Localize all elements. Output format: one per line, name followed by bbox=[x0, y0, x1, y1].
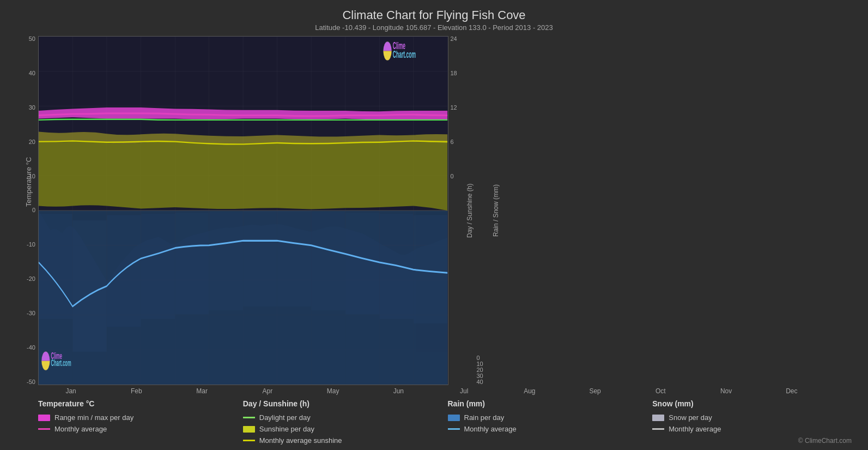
legend-item-sunshine-monthly: Monthly average sunshine bbox=[243, 436, 448, 445]
legend-item-sunshine: Sunshine per day bbox=[243, 425, 448, 433]
legend-swatch-sunshine bbox=[243, 426, 255, 433]
y-axis-left: Temperature °C 50 40 30 20 10 0 -10 -20 … bbox=[11, 36, 38, 385]
y-tick-right-spacer4: . bbox=[448, 310, 465, 316]
legend-label-temp-range: Range min / max per day bbox=[54, 413, 133, 422]
svg-rect-29 bbox=[175, 213, 209, 315]
legend-label-snow-monthly: Monthly average bbox=[669, 425, 721, 433]
legend-label-rain-monthly: Monthly average bbox=[464, 425, 517, 433]
chart-title: Climate Chart for Flying Fish Cove bbox=[11, 8, 857, 22]
legend-label-temp-monthly: Monthly average bbox=[54, 425, 107, 433]
legend-line-sunshine-monthly bbox=[243, 440, 255, 441]
svg-text:Chart.com: Chart.com bbox=[393, 49, 416, 60]
chart-subtitle: Latitude -10.439 - Longitude 105.687 - E… bbox=[11, 23, 857, 32]
legend-area: Temperature °C Range min / max per day M… bbox=[38, 399, 857, 445]
legend-col-temp: Temperature °C Range min / max per day M… bbox=[38, 399, 243, 445]
y-tick-right-6: 6 bbox=[448, 139, 465, 145]
svg-rect-26 bbox=[72, 220, 107, 352]
legend-item-rain-monthly: Monthly average bbox=[448, 425, 653, 433]
y-tick-n20: -20 bbox=[11, 276, 38, 282]
x-tick-may: May bbox=[300, 387, 366, 395]
legend-col-rain: Rain (mm) Rain per day Monthly average bbox=[448, 399, 653, 445]
y-tick-right-24: 24 bbox=[448, 36, 465, 42]
legend-item-snow-monthly: Monthly average bbox=[652, 425, 857, 433]
y-tick-right-spacer5: . bbox=[448, 345, 465, 351]
x-tick-oct: Oct bbox=[628, 387, 693, 395]
legend-item-temp-range: Range min / max per day bbox=[38, 413, 243, 422]
svg-rect-25 bbox=[39, 214, 72, 319]
legend-col-sunshine: Day / Sunshine (h) Daylight per day Suns… bbox=[243, 399, 448, 445]
legend-title-rain: Rain (mm) bbox=[448, 399, 653, 408]
svg-rect-33 bbox=[311, 212, 345, 310]
legend-label-rain-day: Rain per day bbox=[464, 413, 505, 422]
chart-area-wrapper: Temperature °C 50 40 30 20 10 0 -10 -20 … bbox=[11, 36, 857, 385]
y-axis-right-rain-label: Rain / Snow (mm) bbox=[491, 36, 501, 385]
svg-rect-32 bbox=[277, 211, 311, 307]
x-tick-nov: Nov bbox=[694, 387, 759, 395]
legend-item-temp-monthly: Monthly average bbox=[38, 425, 243, 433]
y-axis-right-sunshine: 24 18 12 6 0 . . . . . . bbox=[448, 36, 465, 385]
svg-rect-28 bbox=[141, 214, 175, 319]
y-tick-right-spacer1: . bbox=[448, 207, 465, 213]
x-tick-dec: Dec bbox=[759, 387, 824, 395]
y-tick-30: 30 bbox=[11, 105, 38, 111]
x-tick-apr: Apr bbox=[235, 387, 300, 395]
x-tick-aug: Aug bbox=[497, 387, 562, 395]
chart-plot: Clime Chart.com Clime Chart.com bbox=[38, 36, 448, 385]
y-tick-20: 20 bbox=[11, 139, 38, 145]
legend-label-sunshine-monthly: Monthly average sunshine bbox=[259, 436, 342, 445]
legend-label-snow-day: Snow per day bbox=[669, 413, 712, 422]
legend-label-sunshine: Sunshine per day bbox=[259, 425, 314, 433]
x-axis: Jan Feb Mar Apr May Jun Jul Aug Sep Oct … bbox=[38, 387, 824, 395]
y-axis-left-label: Temperature °C bbox=[25, 149, 33, 215]
copyright: © ClimeChart.com bbox=[798, 437, 852, 445]
legend-title-sunshine: Day / Sunshine (h) bbox=[243, 399, 448, 408]
x-tick-jan: Jan bbox=[38, 387, 104, 395]
x-tick-feb: Feb bbox=[104, 387, 169, 395]
svg-rect-30 bbox=[209, 212, 244, 310]
y-tick-n10: -10 bbox=[11, 242, 38, 248]
x-tick-sep: Sep bbox=[562, 387, 628, 395]
legend-swatch-temp-range bbox=[38, 415, 50, 421]
legend-item-snow-day: Snow per day bbox=[652, 413, 857, 422]
svg-rect-27 bbox=[107, 215, 141, 327]
y-axis-right-sunshine-label: Day / Sunshine (h) bbox=[465, 36, 475, 385]
y-axis-right-rain: . . . . . 0 10 20 30 40 bbox=[475, 36, 491, 385]
y-tick-n40: -40 bbox=[11, 345, 38, 351]
y-tick-right-0-sun: 0 bbox=[448, 173, 465, 179]
svg-text:Chart.com: Chart.com bbox=[51, 358, 71, 368]
legend-line-rain-monthly bbox=[448, 428, 460, 430]
y-tick-right-12: 12 bbox=[448, 105, 465, 111]
y-tick-right-spacer2: . bbox=[448, 242, 465, 248]
y-tick-50: 50 bbox=[11, 36, 38, 42]
svg-rect-34 bbox=[345, 213, 380, 315]
svg-rect-36 bbox=[414, 215, 448, 323]
y-tick-right-spacer3: . bbox=[448, 276, 465, 282]
legend-swatch-rain bbox=[448, 415, 460, 421]
y-tick-right-40: 40 bbox=[475, 379, 491, 385]
y-tick-right-18: 18 bbox=[448, 70, 465, 76]
y-axis-right: 24 18 12 6 0 . . . . . . Day / Sunshine … bbox=[448, 36, 858, 385]
legend-title-snow: Snow (mm) bbox=[652, 399, 857, 408]
chart-container: Climate Chart for Flying Fish Cove Latit… bbox=[0, 0, 868, 450]
y-tick-n30: -30 bbox=[11, 310, 38, 316]
y-tick-right-spacer6: . bbox=[448, 379, 465, 385]
y-tick-n50: -50 bbox=[11, 379, 38, 385]
y-tick-40: 40 bbox=[11, 70, 38, 76]
legend-line-temp-monthly bbox=[38, 428, 50, 430]
legend-item-daylight: Daylight per day bbox=[243, 413, 448, 422]
x-tick-jun: Jun bbox=[366, 387, 431, 395]
x-tick-mar: Mar bbox=[169, 387, 235, 395]
svg-rect-31 bbox=[243, 211, 277, 307]
legend-line-daylight bbox=[243, 417, 255, 418]
legend-label-daylight: Daylight per day bbox=[259, 413, 311, 422]
legend-line-snow-monthly bbox=[652, 428, 664, 430]
x-tick-jul: Jul bbox=[432, 387, 497, 395]
legend-title-temp: Temperature °C bbox=[38, 399, 243, 408]
legend-item-rain-day: Rain per day bbox=[448, 413, 653, 422]
legend-swatch-snow bbox=[652, 415, 664, 421]
